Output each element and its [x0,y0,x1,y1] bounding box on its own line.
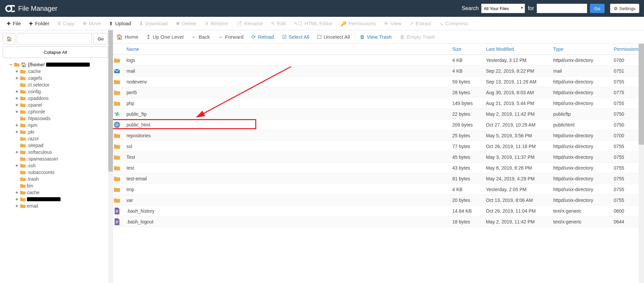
file-row[interactable]: perl528 bytesAug 30, 2019, 8:03 AMhttpd/… [111,87,644,98]
pt-reload[interactable]: ⟳Reload [248,30,278,44]
file-size: 20 bytes [449,198,483,203]
tree-node[interactable]: +.config [3,88,108,95]
file-row[interactable]: public_ftp22 bytesMay 2, 2019, 11:42 PMp… [111,109,644,119]
file-modified: Oct 26, 2019, 11:18 PM [483,144,550,149]
tree-node[interactable]: +.npm [3,122,108,129]
tree-node[interactable]: +email [3,203,108,209]
toolbar-view: 👁View [380,17,405,30]
file-row[interactable]: ssl77 bytesOct 26, 2019, 11:18 PMhttpd/u… [111,141,644,152]
left-scrollbar[interactable] [108,30,113,283]
search-scope-select[interactable] [481,4,525,13]
toolbar-upload[interactable]: ⬆Upload [105,17,135,30]
file-row[interactable]: mail4 KBSep 22, 2019, 8:22 PMmail0751 [111,66,644,76]
left-panel: 🏠 Go Collapse All − 🏠 (/home/ +.cache+.c… [0,30,111,283]
tree-node[interactable]: .sitepad [3,142,108,149]
file-row[interactable]: .bash_history14.84 KBOct 26, 2019, 11:04… [111,206,644,216]
tree-node[interactable]: .trash [3,176,108,182]
tree-toggle-icon[interactable]: + [15,109,19,114]
pt-unselect-all[interactable]: ☐Unselect All [313,30,354,44]
search-input[interactable] [537,4,587,13]
col-header-modified[interactable]: Last Modified [483,44,550,55]
file-name: tmp [123,187,449,192]
tree-node[interactable]: +.cagefs [3,75,108,81]
file-row[interactable]: public_html209 bytesOct 27, 2019, 10:29 … [111,119,644,130]
pt-emptytrash-label: Empty Trash [407,34,435,40]
col-header-name[interactable]: Name [123,44,449,55]
tree-toggle-icon[interactable]: + [15,203,19,209]
file-row[interactable]: test-email81 bytesMay 24, 2019, 4:29 PMh… [111,173,644,184]
tree-toggle-icon[interactable]: + [15,75,19,81]
tree-node[interactable]: .subaccounts [3,169,108,176]
tree-toggle-icon[interactable]: − [9,62,13,67]
tree-toggle-icon[interactable]: + [15,69,19,74]
search-go-button[interactable]: Go [590,4,605,13]
top-header: File Manager Search for Go ⚙ Settings [0,0,644,17]
tree-toggle-icon[interactable]: + [15,149,19,155]
pt-empty-trash[interactable]: 🗑Empty Trash [396,30,439,44]
scrollbar-thumb[interactable] [639,44,644,145]
file-row[interactable]: nodevenv59 bytesSep 13, 2019, 11:29 AMht… [111,76,644,87]
file-row[interactable]: logs4 KBYesterday, 3:12 PMhttpd/unix-dir… [111,55,644,66]
tree-root[interactable]: − 🏠 (/home/ [3,61,108,68]
tree-node[interactable]: +.pki [3,129,108,135]
file-name: .bash_history [123,208,449,214]
file-name: repositories [123,133,449,138]
settings-button[interactable]: ⚙ Settings [610,4,639,13]
file-row[interactable]: php149 bytesAug 21, 2019, 5:44 PMhttpd/u… [111,98,644,109]
pt-forward[interactable]: →Forward [214,30,248,44]
tree-node[interactable]: +.cpaddons [3,95,108,102]
tree-toggle-icon[interactable]: + [15,163,19,168]
tree-node[interactable]: .cl.selector [3,81,108,88]
file-row[interactable]: Test45 bytesMay 3, 2019, 11:37 PMhttpd/u… [111,152,644,163]
toolbar-folder[interactable]: ✚Folder [25,17,53,30]
nav-home-button[interactable]: 🏠 [3,33,15,44]
tree-node[interactable]: +.softaculous [3,149,108,155]
tree-node[interactable]: +.ssh [3,162,108,169]
folder-open-icon [14,62,20,67]
file-row[interactable]: var20 bytesOct 13, 2019, 8:06 AMhttpd/un… [111,195,644,206]
tree-toggle-icon[interactable]: + [15,190,19,195]
pt-view-trash[interactable]: 🗑View Trash [356,30,396,44]
file-name: nodevenv [123,79,449,84]
file-row[interactable]: .bash_logout18 bytesMay 2, 2019, 11:42 P… [111,216,644,227]
file-row[interactable]: test43 bytesMay 6, 2019, 6:26 PMhttpd/un… [111,163,644,173]
extract-icon: ↗ [410,21,414,26]
htmledit-icon: ✎☐ [294,21,302,26]
tree-node[interactable]: .spamassassin [3,155,108,162]
tree-node[interactable]: +.cpanel [3,102,108,108]
tree-node[interactable]: .razor [3,135,108,142]
tree-node[interactable]: + [3,196,108,203]
nav-go-button[interactable]: Go [93,33,108,44]
tree-toggle-icon[interactable]: + [15,122,19,128]
tree-node[interactable]: .htpasswds [3,115,108,122]
file-row[interactable]: repositories25 bytesMay 5, 2019, 3:56 PM… [111,130,644,141]
scrollbar-thumb[interactable] [108,30,113,172]
tree-toggle-icon[interactable]: + [15,96,19,101]
pt-select-all[interactable]: ☑Select All [278,30,313,44]
file-row[interactable]: tmp4 KBYesterday, 2:05 PMhttpd/unix-dire… [111,184,644,195]
col-header-type[interactable]: Type [550,44,610,55]
pt-home[interactable]: 🏠Home [112,30,142,44]
file-name: logs [123,58,449,63]
check-icon: ☑ [282,34,287,40]
tree-node[interactable]: +.cphorde [3,108,108,115]
pt-up[interactable]: ↥Up One Level [142,30,188,44]
tree-node[interactable]: bin [3,182,108,189]
tree-root-label: (/home/ [28,62,45,67]
tree-toggle-icon[interactable]: + [15,197,19,202]
delete-icon: ✖ [176,21,180,26]
tree-node[interactable]: +cache [3,189,108,196]
collapse-all-button[interactable]: Collapse All [3,46,108,58]
tree-node[interactable]: +.cache [3,68,108,75]
pt-back[interactable]: ←Back [188,30,214,44]
col-header-size[interactable]: Size [449,44,483,55]
back-icon: ← [192,34,197,40]
tree-toggle-icon[interactable]: + [15,89,19,94]
toolbar-file[interactable]: ✚File [3,17,25,30]
nav-path-input[interactable] [17,33,92,44]
file-modified: Oct 13, 2019, 8:06 AM [483,198,550,203]
folder-icon [114,143,120,150]
tree-toggle-icon[interactable]: + [15,129,19,135]
tree-toggle-icon[interactable]: + [15,102,19,108]
vertical-scrollbar[interactable] [639,44,644,283]
